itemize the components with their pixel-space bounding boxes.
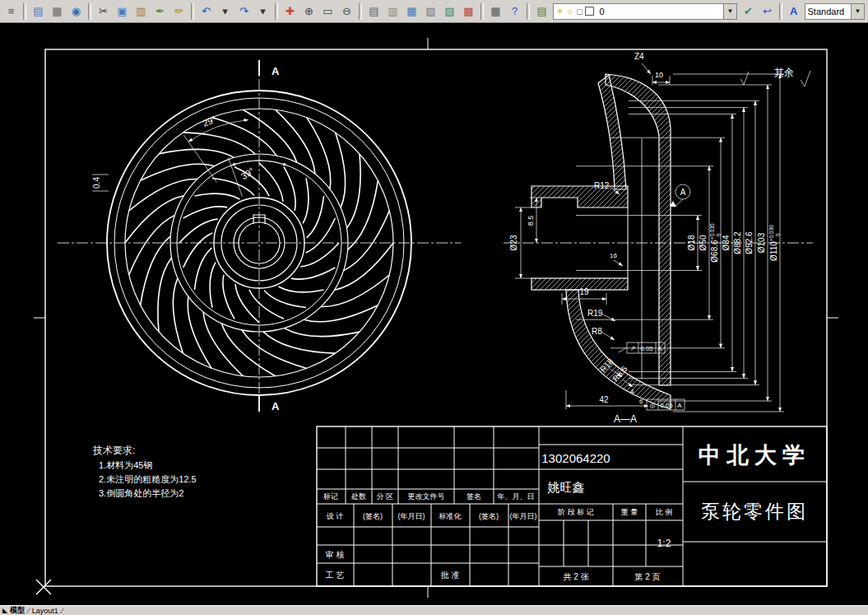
make-object-layer-current-icon[interactable]: ✔ [739,2,758,21]
new-icon[interactable]: ▤ [29,2,48,21]
drawing-canvas[interactable]: A A 29° 39° 0.4 Ø23 8.5 19 [0,23,868,605]
svg-text:比 例: 比 例 [656,508,673,516]
svg-text:重 量: 重 量 [621,508,638,516]
approve-label: 批 准 [441,571,460,580]
callout-z4: Z4 [634,52,644,61]
section-title: A—A [614,413,637,425]
toolbar-separator [191,3,194,20]
image-attach-icon[interactable]: ▨ [440,2,459,21]
technical-requirements: 技术要求: 1.材料为45钢 2.未注明的粗糙度为12.5 3.倒圆角处的半径为… [92,445,197,498]
roughness-check-icon [740,72,749,85]
layer-combo-dropdown-icon[interactable]: ▼ [723,4,736,19]
student-id: 1302064220 [541,451,610,465]
dim-19: 19 [579,287,589,296]
svg-text:0.05: 0.05 [660,402,673,409]
impeller-section-view: Ø23 8.5 19 R12 R19 R8 R18 R6.5 16 42 4 6… [504,52,813,425]
match-properties-icon[interactable]: ✒ [151,2,169,21]
dim-r12: R12 [594,181,610,190]
publish-icon[interactable]: ◉ [67,2,86,21]
paste-icon[interactable]: ▥ [132,2,151,21]
dim-10: 10 [655,71,663,79]
svg-text:(签名): (签名) [479,512,499,520]
dim-6: 6 [639,398,643,405]
style-combo-dropdown-icon[interactable]: ▼ [851,4,864,19]
plot-icon[interactable]: ▦ [48,2,67,21]
cut-icon[interactable]: ✂ [94,2,113,21]
layer-combobox[interactable]: ☀ ☼ ◻ 0 ▼ [553,3,737,20]
copy-icon[interactable]: ▣ [113,2,132,21]
toolbar-separator [779,3,782,20]
toolbar-separator [88,3,91,20]
layer-properties-icon[interactable]: ▤ [364,2,383,21]
zoom-previous-icon[interactable]: ⊖ [337,2,356,21]
scale-value: 1:2 [657,538,671,549]
dim-4: 4 [630,388,634,395]
process-label: 工 艺 [326,571,345,580]
layer-on-bulb-icon[interactable]: ☀ [556,7,564,16]
dim-r19: R19 [587,309,603,318]
layer-previous-icon[interactable]: ↩ [758,2,777,21]
text-style-combobox[interactable]: Standard ▼ [805,3,865,20]
dim-label-d92-6: Ø92.6 [745,231,754,254]
table-icon[interactable]: ▦ [402,2,421,21]
text-style-icon[interactable]: A [785,2,803,21]
layers-toolbar-icon[interactable]: ▤ [532,2,551,21]
svg-text:0.05: 0.05 [640,345,653,352]
layout-tab-bar: ◣ 模型 / Layout1 / [0,605,868,615]
pan-icon[interactable]: ✚ [281,2,299,21]
tab-nav-icon[interactable]: ◣ [2,607,7,614]
ucs-icon [36,580,51,594]
dim-label-d84: Ø84 [722,235,731,250]
tech-req-line: 3.倒圆角处的半径为2 [99,488,183,498]
redo-dropdown-icon[interactable]: ▾ [253,2,272,21]
surface-note: 其余 [774,67,794,78]
sheet-number: 第 2 页 [634,572,660,581]
toolbar-separator [23,3,26,20]
roughness-check-other-icon [801,71,810,86]
tab-layout1[interactable]: Layout1 [32,607,58,615]
undo-icon[interactable]: ↶ [197,2,216,21]
dim-label-d50: Ø50 [699,235,708,250]
zoom-realtime-icon[interactable]: ⊕ [299,2,318,21]
dim-label-d88-2: Ø88.2 [733,231,742,254]
layer-lock-icon[interactable]: ◻ [576,7,583,16]
zoom-window-icon[interactable]: ▭ [318,2,337,21]
toolbar-separator [527,3,530,20]
section-label-bottom: A [272,400,280,412]
svg-text:(年月日): (年月日) [510,512,537,520]
toolbar-separator [480,3,484,20]
layer-freeze-sun-icon[interactable]: ☼ [566,7,573,16]
toolbar-main-icons: ≡▤▦◉✂▣▥✒✏↶▾↷▾✚⊕▭⊖▤▥▦▧▨▩▦?▤ [2,2,551,21]
part-name: 泵轮零件图 [701,501,808,522]
svg-text:(签名): (签名) [363,512,383,520]
sheet-set-icon[interactable]: ▧ [421,2,440,21]
tab-model[interactable]: 模型 [10,605,25,615]
dim-keyway-85: 8.5 [527,216,535,226]
svg-text:阶 段 标 记: 阶 段 标 记 [558,508,594,516]
tech-req-title: 技术要求: [92,445,135,456]
pencil-edit-icon[interactable]: ✏ [169,2,188,21]
svg-text:更改文件号: 更改文件号 [408,492,445,501]
dim-label-d18: Ø18 [687,235,696,250]
svg-text:分 区: 分 区 [377,492,394,501]
layer-states-icon[interactable]: ▥ [383,2,402,21]
svg-text:A: A [677,402,682,409]
angle-dim-inner: 39° [239,165,256,181]
help-icon[interactable]: ? [505,2,524,21]
layer-color-swatch[interactable] [585,7,594,16]
impeller-front-view: A A 29° 39° 0.4 [58,60,461,412]
dim-16: 16 [610,252,617,259]
dim-bore-d23: Ø23 [509,235,518,250]
etransmit-icon[interactable]: ▩ [459,2,478,21]
quick-calc-icon[interactable]: ▦ [486,2,505,21]
datum-label: A [680,188,686,197]
properties-icon[interactable]: ≡ [2,2,21,21]
undo-dropdown-icon[interactable]: ▾ [216,2,234,21]
toolbar-separator [275,3,278,20]
svg-text:A: A [657,345,662,352]
current-layer-value: 0 [596,7,722,16]
tech-req-line: 1.材料为45钢 [99,460,152,470]
tab-separator: / [26,607,30,615]
sheets-total: 共 2 张 [563,572,588,581]
redo-icon[interactable]: ↷ [234,2,253,21]
